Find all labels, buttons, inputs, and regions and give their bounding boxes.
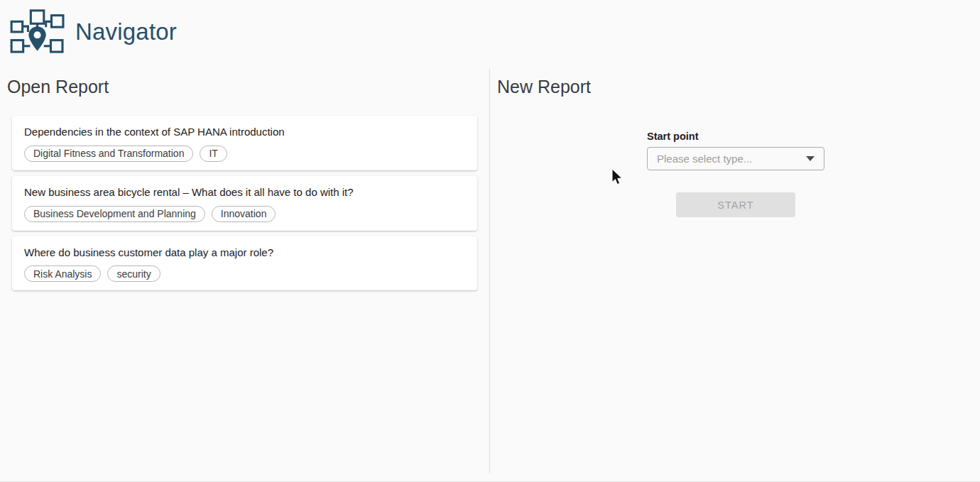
report-card[interactable]: New business area bicycle rental – What … [12,176,477,231]
app-title: Navigator [75,18,177,45]
report-title: Dependencies in the context of SAP HANA … [24,126,466,139]
report-tag-chip: Risk Analysis [24,265,101,282]
report-card[interactable]: Dependencies in the context of SAP HANA … [12,116,477,170]
report-tags: Digital Fitness and TransformationIT [24,146,466,162]
start-point-select[interactable]: Please select type... [647,147,824,170]
start-button[interactable]: START [676,192,795,217]
mouse-pointer-icon [611,168,624,187]
report-title: New business area bicycle rental – What … [24,186,466,199]
open-report-heading: Open Report [7,77,109,97]
panel-divider [489,69,490,473]
new-report-heading: New Report [497,77,591,97]
report-list: Dependencies in the context of SAP HANA … [12,116,477,296]
report-tag-chip: security [107,265,160,282]
start-point-label: Start point [647,131,699,142]
app-header: Navigator [6,7,177,54]
report-tag-chip: Innovation [212,206,276,222]
app-window: Navigator Open Report Dependencies in th… [0,0,980,482]
report-tags: Business Development and PlanningInnovat… [24,206,466,222]
caret-down-icon [806,156,815,161]
report-title: Where do business customer data play a m… [24,246,466,260]
report-tag-chip: IT [200,146,227,162]
report-tag-chip: Digital Fitness and Transformation [24,146,193,162]
navigator-logo-icon [6,7,71,54]
report-card[interactable]: Where do business customer data play a m… [12,236,477,291]
select-placeholder-text: Please select type... [657,153,806,165]
report-tags: Risk Analysissecurity [24,265,466,282]
report-tag-chip: Business Development and Planning [24,206,205,222]
